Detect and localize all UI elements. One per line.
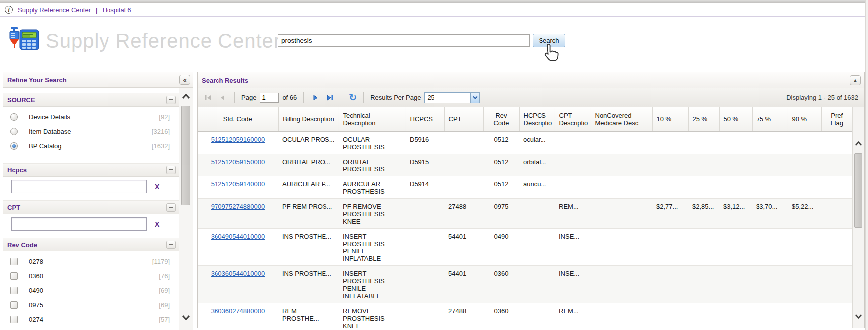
last-page-icon[interactable] (325, 93, 335, 102)
results-scrollbar[interactable] (852, 107, 864, 328)
column-header[interactable]: 10 % (652, 107, 688, 131)
result-cell (688, 154, 719, 176)
column-header[interactable]: HCPCS (406, 107, 444, 131)
hcpcs-filter-input[interactable] (11, 180, 147, 193)
result-cell: ocular... (519, 131, 555, 154)
column-header[interactable]: Technical Description (339, 107, 406, 131)
std-code-link[interactable]: 512512059160000 (211, 136, 265, 143)
cpt-filter-input[interactable] (11, 217, 147, 231)
toolbar-separator (234, 92, 235, 103)
search-button[interactable]: Search (533, 34, 565, 47)
column-header[interactable]: Billing Description (278, 107, 339, 131)
result-cell: AURICULAR PROSTHESIS (339, 176, 406, 198)
revcode-option[interactable] (3, 327, 179, 330)
std-code-link[interactable]: 360360274880000 (211, 307, 265, 315)
hcpcs-clear-button[interactable]: X (155, 183, 159, 191)
result-cell: REMOVE PROSTHESIS KNEE (339, 303, 406, 328)
revcode-option[interactable]: 0278[1179] (3, 254, 179, 269)
collapse-minus-icon[interactable] (166, 96, 176, 104)
revcode-option-label: 0490 (29, 287, 43, 294)
hospital-link[interactable]: Hospital 6 (103, 6, 131, 14)
column-header[interactable]: 75 % (752, 107, 788, 131)
hcpcs-section-header: Hcpcs (3, 163, 179, 177)
source-option[interactable]: BP Catalog[1632] (3, 139, 179, 153)
source-option[interactable]: Device Details[92] (3, 110, 179, 124)
next-page-icon[interactable] (310, 93, 321, 102)
std-code-link[interactable]: 970975274880000 (211, 203, 265, 210)
chevron-down-icon[interactable] (470, 93, 479, 103)
revcode-option[interactable]: 0360[76] (3, 269, 179, 283)
result-cell (591, 131, 652, 154)
revcode-option-label: 0975 (29, 301, 43, 309)
collapse-minus-icon[interactable] (166, 203, 176, 212)
result-row: 970975274880000PF REM PROS...PF REMOVE P… (198, 198, 852, 228)
search-results-header: Search Results ▲ (198, 72, 864, 88)
std-code-link[interactable]: 512512059140000 (211, 180, 265, 188)
app-home-link[interactable]: Supply Reference Center (18, 6, 91, 14)
scroll-up-icon[interactable] (855, 141, 862, 146)
column-header[interactable]: NonCovered Medicare Desc (591, 107, 652, 131)
first-page-icon[interactable] (203, 93, 214, 102)
column-header[interactable]: 90 % (788, 107, 821, 131)
revcode-option-count: [1179] (152, 258, 170, 265)
result-cell (719, 131, 752, 154)
column-header[interactable]: Pref Flag (821, 107, 852, 131)
window-top-strip (0, 0, 868, 3)
radio-icon[interactable] (10, 142, 18, 150)
column-header[interactable]: CPT Descriptio (555, 107, 591, 131)
hcpcs-section-title: Hcpcs (7, 166, 27, 174)
results-per-page-select[interactable]: 25 (424, 92, 480, 103)
result-cell (719, 176, 752, 198)
checkbox-icon[interactable] (10, 272, 18, 280)
refresh-icon[interactable]: ↻ (349, 93, 357, 102)
scroll-down-icon[interactable] (182, 315, 190, 320)
std-code-link[interactable]: 512512059150000 (211, 158, 265, 165)
result-cell: REM... (555, 198, 591, 228)
revcode-option[interactable]: 0490[69] (3, 283, 179, 298)
collapse-minus-icon[interactable] (166, 166, 176, 174)
result-cell (444, 176, 483, 198)
result-cell: INSERT PROSTHESIS PENILE INFLATABLE (339, 228, 406, 265)
revcode-option[interactable]: 0274[57] (3, 312, 179, 327)
column-header[interactable]: 25 % (688, 107, 719, 131)
scroll-down-icon[interactable] (855, 314, 862, 319)
sidebar-collapse-button[interactable]: « (179, 75, 190, 85)
results-per-page-label: Results Per Page (370, 94, 421, 101)
search-input[interactable] (278, 34, 530, 47)
result-cell: $5,22... (788, 198, 821, 228)
result-cell (652, 176, 688, 198)
revcode-option[interactable]: 0975[69] (3, 298, 179, 312)
page-scrollbar-strip[interactable] (865, 0, 868, 330)
cpt-clear-button[interactable]: X (155, 220, 159, 228)
info-icon[interactable]: i (5, 6, 13, 14)
result-cell: 27488 (444, 198, 483, 228)
results-collapse-button[interactable]: ▲ (850, 75, 861, 85)
result-cell (719, 228, 752, 265)
collapse-minus-icon[interactable] (166, 241, 176, 249)
column-header[interactable]: CPT (444, 107, 483, 131)
std-code-cell: 360490544010000 (198, 228, 278, 265)
radio-icon[interactable] (10, 128, 18, 135)
sidebar-scrollbar[interactable] (179, 88, 193, 330)
radio-icon[interactable] (10, 113, 18, 121)
column-header[interactable]: 50 % (719, 107, 752, 131)
checkbox-icon[interactable] (10, 258, 18, 265)
sidebar-scroll-thumb[interactable] (181, 106, 190, 205)
page-number-input[interactable] (260, 93, 279, 103)
std-code-link[interactable]: 360360544010000 (211, 270, 265, 277)
results-grid: Std. CodeBilling DescriptionTechnical De… (198, 107, 852, 328)
prev-page-icon[interactable] (217, 93, 228, 102)
page-title: Supply Reference Center (46, 30, 281, 52)
column-header[interactable]: Std. Code (198, 107, 278, 131)
scroll-up-icon[interactable] (182, 94, 190, 99)
results-scroll-thumb[interactable] (854, 153, 862, 228)
checkbox-icon[interactable] (10, 301, 18, 309)
refine-search-header: Refine Your Search « (3, 72, 193, 88)
checkbox-icon[interactable] (10, 287, 18, 294)
source-option[interactable]: Item Database[3216] (3, 124, 179, 139)
std-code-link[interactable]: 360490544010000 (211, 233, 265, 240)
result-cell: REM PROSTHE... (278, 303, 339, 328)
column-header[interactable]: HCPCS Descriptio (519, 107, 555, 131)
checkbox-icon[interactable] (10, 316, 18, 323)
column-header[interactable]: Rev Code (483, 107, 519, 131)
